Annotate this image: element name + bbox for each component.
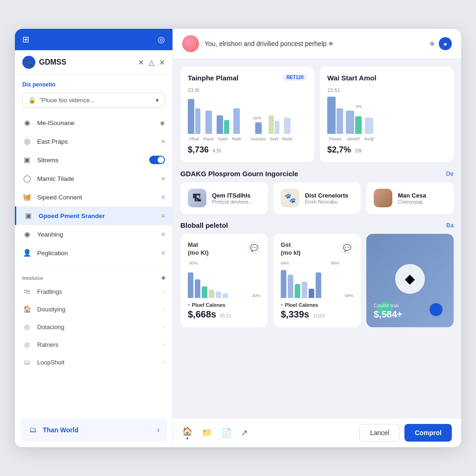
bar-label-relw: RelW xyxy=(282,137,292,141)
sub-label-ratners: Ratners xyxy=(37,341,158,348)
nav-label-gpoed: Gpoed Pment Srander xyxy=(39,212,156,219)
home-icon: 🏠 xyxy=(182,426,192,436)
bar-plane-1 xyxy=(205,111,212,134)
circle-icon[interactable]: ● xyxy=(439,37,452,50)
bar-group-goncles: 20% Goncles xyxy=(251,122,266,141)
nav-item-sitrems[interactable]: ▣ Sitrems xyxy=(15,151,172,169)
sub-arrow-dotaciong: › xyxy=(163,324,165,330)
sidebar-bottom-left: 🗂 Than World xyxy=(28,425,79,435)
sidebar: ⊞ ◎ 📞 GDMSS ✕ △ ✕ Dis pensetio 🔒 "Pluue … xyxy=(15,29,173,447)
percent-20: 20% xyxy=(253,116,262,120)
metric2-xlabel: Ploel Calenes xyxy=(285,302,318,308)
share-icon-btn[interactable]: ↗ xyxy=(241,428,248,438)
alert-icon[interactable]: △ xyxy=(149,58,154,67)
m1-bar4 xyxy=(209,290,214,298)
percent-4: 4% xyxy=(356,104,362,109)
nav-item-mamic[interactable]: ◯ Mamic Tilade ≡ xyxy=(15,169,172,188)
team-avatar-dist: 🐾 xyxy=(281,189,299,207)
dropdown-select[interactable]: 🔒 "Pluue foo vidence... ▾ xyxy=(22,93,165,108)
chart2-header: Wai Start Amol xyxy=(327,74,446,82)
nav-icon-peglication: 👤 xyxy=(22,248,32,258)
x-icon[interactable]: ✕ xyxy=(159,58,165,67)
sub-item-dotaciong[interactable]: ◎ Dotaciong › xyxy=(15,318,172,336)
nav-item-yeanhing[interactable]: ◉ Yeanhing ≡ xyxy=(15,225,172,244)
chart-card-2: Wai Start Amol 13.51 Planes xyxy=(320,66,454,162)
chart2-footer: $2,7% 39t xyxy=(327,145,446,155)
folder-icon: 📁 xyxy=(202,428,212,438)
confirm-button[interactable]: Comprol xyxy=(404,424,452,442)
sub-arrow-doustlying: › xyxy=(163,306,165,312)
bar-group-plhal: Plhal xyxy=(188,99,200,141)
nav-item-east-praps[interactable]: ◎ East Praps ≡ xyxy=(15,132,172,151)
section-label-imoluice: Imoluice ◆ xyxy=(15,270,172,283)
nav-label-me: Me-lSounane xyxy=(37,119,154,126)
team-row: 🏗 Qem ITSdlhls Prelicnt devlone... 🐾 Dis… xyxy=(180,182,454,214)
metric2-percent: 64% xyxy=(281,261,289,265)
settings-icon[interactable]: ◎ xyxy=(158,34,165,45)
grid-icon[interactable]: ⊞ xyxy=(22,34,29,45)
sub-item-loopshoit[interactable]: 🗂 LoopShoit › xyxy=(15,353,172,371)
home-icon-btn[interactable]: 🏠 xyxy=(182,426,192,439)
team-avatar-man xyxy=(374,189,392,207)
diamond-icon: ◆ xyxy=(161,275,165,281)
bar-rew-1 xyxy=(233,108,240,134)
metric2-bars xyxy=(281,264,353,298)
avatar-image xyxy=(182,35,199,52)
share-icon: ↗ xyxy=(241,428,248,438)
section1-link[interactable]: De xyxy=(446,170,454,177)
chart2-sub: 39t xyxy=(355,148,362,153)
nav-item-gpoed[interactable]: ▣ Gpoed Pment Srander ≡ xyxy=(15,206,172,225)
team-role-qem: Prelicnt devlone... xyxy=(212,199,252,205)
main-header: You, elrishon and drivilied poncest perh… xyxy=(173,29,461,59)
sub-item-ratners[interactable]: ◎ Ratners › xyxy=(15,336,172,353)
section-1: GDAKG Plosprom Gourn Ingorcicle De 🏗 Qem… xyxy=(180,170,454,214)
sidebar-bottom-item[interactable]: 🗂 Than World › xyxy=(20,418,167,442)
metric2-percent2: 68% xyxy=(331,261,339,265)
section-label-dis: Dis pensetio xyxy=(15,75,172,91)
sub-icon-dotaciong: ◎ xyxy=(22,322,32,331)
bar-e6rk-2 xyxy=(355,116,362,134)
nav-item-peglication[interactable]: 👤 Peglication ≡ xyxy=(15,244,172,262)
cancel-button[interactable]: Lancel xyxy=(359,424,400,442)
chart1-badge: RET120 xyxy=(283,74,307,81)
folder-icon-btn[interactable]: 📁 xyxy=(202,428,212,438)
metric1-footer: $,668s 85.51 xyxy=(188,309,260,320)
section2-header: Bloball peletol Ba xyxy=(180,221,454,229)
asterisk-icon[interactable]: ✳ xyxy=(429,40,435,48)
close-icon[interactable]: ✕ xyxy=(138,58,144,67)
metric3-footer: Coufre tnal $,584+ xyxy=(374,303,446,320)
brand-name: GDMSS xyxy=(39,58,66,66)
bar-planes-2 xyxy=(337,108,343,134)
nav-item-sipeed[interactable]: 🧺 Sipeed Connent ≡ xyxy=(15,188,172,206)
sidebar-brand: 📞 GDMSS ✕ △ ✕ xyxy=(15,50,172,75)
brand-left: 📞 GDMSS xyxy=(22,56,66,69)
chart1-bars: Plhal Plane xyxy=(188,95,307,141)
metric1-sub: 85.51 xyxy=(220,313,231,318)
bar-salw-1 xyxy=(217,115,223,134)
bar-label-saw: SaW xyxy=(270,137,279,141)
bar-label-re: Re@ xyxy=(364,137,374,141)
sub-arrow-loopshoit: › xyxy=(163,359,165,365)
nav-icon-yeanhing: ◉ xyxy=(22,230,32,239)
sub-item-fradlings[interactable]: 🛍 Fradlings › xyxy=(15,283,172,300)
nav-label-peglication: Peglication xyxy=(37,250,156,257)
nav-action-peglication: ≡ xyxy=(161,249,165,257)
sub-item-doustlying[interactable]: 🏠 Doustlying › xyxy=(15,300,172,318)
nav-item-me-sounane[interactable]: ◉ Me-lSounane ◆ xyxy=(15,113,172,132)
brand-icon: 📞 xyxy=(22,56,35,69)
bar-re-1 xyxy=(365,118,373,134)
section2-link[interactable]: Ba xyxy=(446,222,454,229)
toggle-sitrems[interactable] xyxy=(149,156,165,164)
doc-icon-btn[interactable]: 📄 xyxy=(221,428,231,438)
nav-action-me: ◆ xyxy=(160,119,165,126)
home-icon-dot xyxy=(186,437,188,439)
sidebar-header: ⊞ ◎ xyxy=(15,29,172,50)
chart-card-1: Tainphe Plamal RET120 23.9t Plhal xyxy=(180,66,314,162)
team-info-man: Man Cesa Cnenvcpaj. xyxy=(398,192,426,205)
brand-actions: ✕ △ ✕ xyxy=(138,58,165,67)
m2-bar2 xyxy=(288,275,293,298)
metric1-xlabel: Pluef Calenes xyxy=(192,302,225,308)
metric1-percent: -30% xyxy=(188,261,198,265)
team-card-qem: 🏗 Qem ITSdlhls Prelicnt devlone... xyxy=(180,182,268,214)
bar-group-saw: SaW xyxy=(269,115,279,141)
